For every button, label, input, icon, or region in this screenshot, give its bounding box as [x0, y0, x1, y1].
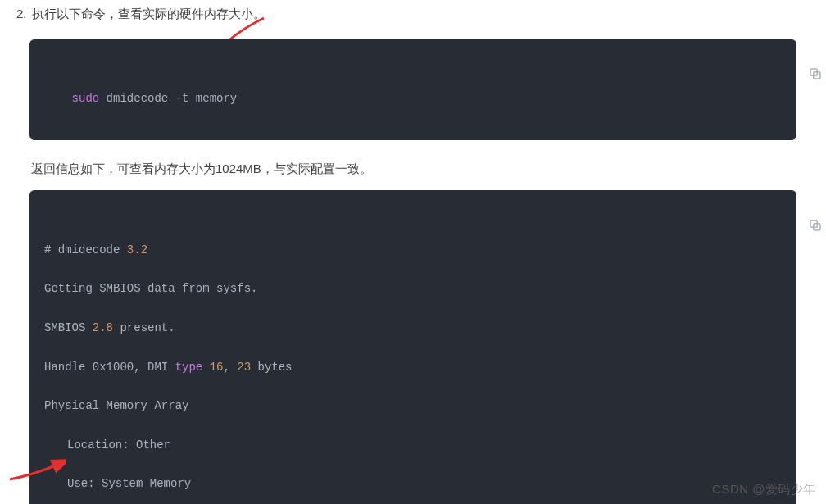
out-line: Handle 0x1000, DMI type 16, 23 bytes: [44, 358, 782, 378]
out-line: SMBIOS 2.8 present.: [44, 319, 782, 338]
cmd-rest: dmidecode -t memory: [99, 92, 237, 105]
out-line: Use: System Memory: [44, 474, 782, 494]
out-line: Physical Memory Array: [44, 397, 782, 416]
step-text: 执行以下命令，查看实际的硬件内存大小。: [32, 3, 266, 25]
copy-icon[interactable]: [767, 198, 785, 216]
cmd-sudo: sudo: [72, 92, 100, 105]
out-line: Getting SMBIOS data from sysfs.: [44, 279, 782, 299]
command-code-block: sudo dmidecode -t memory: [30, 39, 796, 140]
output-code-block: # dmidecode 3.2 Getting SMBIOS data from…: [30, 190, 796, 504]
out-line: Location: Other: [44, 436, 782, 456]
out-line: # dmidecode 3.2: [44, 241, 782, 261]
step-number: 2.: [16, 3, 27, 25]
copy-icon[interactable]: [767, 48, 785, 66]
step-description: 2. 执行以下命令，查看实际的硬件内存大小。: [0, 0, 826, 39]
watermark: CSDN @爱码少年: [712, 479, 816, 500]
result-description: 返回信息如下，可查看内存大小为1024MB，与实际配置一致。: [0, 153, 826, 191]
